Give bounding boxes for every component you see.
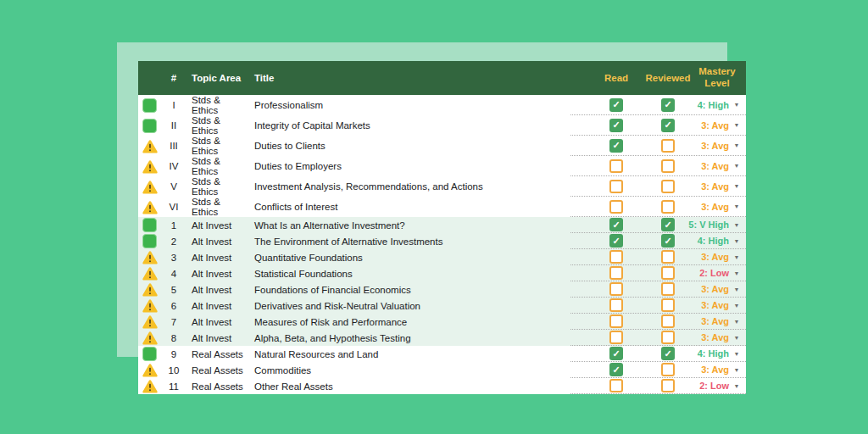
mastery-level-value: 3: Avg bbox=[701, 161, 729, 171]
status-cell bbox=[138, 98, 164, 113]
read-checkbox[interactable] bbox=[609, 180, 623, 193]
topic-area: Stds & Ethics bbox=[184, 95, 248, 115]
reviewed-checkbox[interactable] bbox=[661, 347, 675, 360]
reading-title: Statistical Foundations bbox=[248, 269, 570, 279]
mastery-level-dropdown[interactable]: 2: Low ▼ bbox=[699, 378, 746, 393]
read-checkbox[interactable] bbox=[609, 250, 623, 264]
mastery-level-value: 3: Avg bbox=[701, 332, 729, 342]
row-number: VI bbox=[164, 202, 184, 212]
mastery-level-dropdown[interactable]: 3: Avg ▼ bbox=[701, 314, 746, 329]
mastery-level-value: 4: High bbox=[698, 348, 729, 359]
mastery-level-column-header: Mastery Level bbox=[690, 66, 744, 89]
title-column-header: Title bbox=[248, 73, 570, 83]
row-right-columns: 3: Avg ▼ bbox=[570, 298, 746, 314]
reviewed-checkbox[interactable] bbox=[661, 282, 675, 296]
read-checkbox[interactable] bbox=[609, 200, 623, 214]
row-right-columns: 3: Avg ▼ bbox=[570, 281, 746, 298]
reviewed-checkbox[interactable] bbox=[661, 314, 675, 328]
status-warning-icon bbox=[142, 331, 158, 345]
mastery-level-dropdown[interactable]: 4: High ▼ bbox=[698, 346, 746, 361]
mastery-level-dropdown[interactable]: 3: Avg ▼ bbox=[701, 197, 746, 216]
status-cell bbox=[138, 266, 164, 281]
topic-area: Alt Invest bbox=[184, 269, 248, 279]
status-cell bbox=[138, 363, 164, 377]
reviewed-checkbox[interactable] bbox=[661, 180, 675, 193]
mastery-level-dropdown[interactable]: 3: Avg ▼ bbox=[701, 156, 746, 175]
mastery-level-dropdown[interactable]: 3: Avg ▼ bbox=[701, 249, 746, 264]
reviewed-checkbox[interactable] bbox=[661, 363, 675, 376]
reviewed-checkbox[interactable] bbox=[661, 159, 675, 173]
mastery-level-value: 3: Avg bbox=[701, 316, 729, 326]
reading-title: The Environment of Alternative Investmen… bbox=[248, 236, 570, 247]
chevron-down-icon: ▼ bbox=[729, 203, 744, 209]
chevron-down-icon: ▼ bbox=[729, 183, 744, 189]
read-checkbox[interactable] bbox=[609, 379, 623, 392]
status-warning-icon bbox=[142, 180, 158, 194]
reading-title: Foundations of Financial Economics bbox=[248, 285, 570, 295]
row-number: 3 bbox=[164, 253, 184, 263]
read-checkbox[interactable] bbox=[609, 98, 623, 112]
read-checkbox[interactable] bbox=[609, 314, 623, 328]
reviewed-checkbox[interactable] bbox=[661, 139, 675, 153]
reviewed-checkbox[interactable] bbox=[661, 298, 675, 312]
reviewed-checkbox[interactable] bbox=[661, 250, 675, 264]
mastery-level-dropdown[interactable]: 4: High ▼ bbox=[698, 233, 746, 248]
topic-area: Stds & Ethics bbox=[184, 115, 248, 136]
read-checkbox[interactable] bbox=[609, 331, 623, 344]
mastery-level-dropdown[interactable]: 4: High ▼ bbox=[698, 95, 746, 114]
table-row: 3 Alt Invest Quantitative Foundations 3:… bbox=[138, 249, 746, 265]
reviewed-checkbox[interactable] bbox=[661, 218, 675, 231]
mastery-level-dropdown[interactable]: 3: Avg ▼ bbox=[701, 115, 746, 135]
table-row: V Stds & Ethics Investment Analysis, Rec… bbox=[138, 176, 746, 197]
mastery-level-value: 3: Avg bbox=[701, 300, 729, 310]
topic-area: Stds & Ethics bbox=[184, 156, 248, 176]
mastery-level-value: 3: Avg bbox=[701, 120, 729, 131]
reviewed-checkbox[interactable] bbox=[661, 266, 675, 280]
row-right-columns: 5: V High ▼ bbox=[570, 217, 746, 233]
reading-title: Investment Analysis, Recommendations, an… bbox=[248, 181, 570, 192]
mastery-level-value: 3: Avg bbox=[701, 252, 729, 262]
reviewed-checkbox[interactable] bbox=[661, 234, 675, 248]
row-number: III bbox=[164, 141, 184, 151]
mastery-level-dropdown[interactable]: 3: Avg ▼ bbox=[701, 136, 746, 155]
reviewed-checkbox[interactable] bbox=[661, 331, 675, 344]
mastery-level-dropdown[interactable]: 5: V High ▼ bbox=[688, 217, 746, 232]
read-checkbox[interactable] bbox=[609, 282, 623, 296]
chevron-down-icon: ▼ bbox=[729, 303, 744, 309]
table-row: I Stds & Ethics Professionalism 4: High … bbox=[138, 95, 746, 115]
chevron-down-icon: ▼ bbox=[729, 254, 744, 260]
reviewed-checkbox[interactable] bbox=[661, 98, 675, 112]
read-checkbox[interactable] bbox=[609, 159, 623, 173]
mastery-level-value: 3: Avg bbox=[701, 181, 729, 192]
read-checkbox[interactable] bbox=[609, 218, 623, 231]
row-number: 5 bbox=[164, 285, 184, 295]
read-checkbox[interactable] bbox=[609, 363, 623, 376]
mastery-level-dropdown[interactable]: 3: Avg ▼ bbox=[701, 362, 746, 377]
read-checkbox[interactable] bbox=[609, 347, 623, 360]
status-cell bbox=[138, 331, 164, 345]
mastery-level-dropdown[interactable]: 3: Avg ▼ bbox=[701, 176, 746, 196]
mastery-level-value: 2: Low bbox=[699, 381, 729, 391]
chevron-down-icon: ▼ bbox=[729, 222, 744, 228]
table-row: 1 Alt Invest What Is an Alternative Inve… bbox=[138, 217, 746, 233]
reviewed-checkbox[interactable] bbox=[661, 200, 675, 214]
mastery-level-dropdown[interactable]: 3: Avg ▼ bbox=[701, 298, 746, 313]
read-checkbox[interactable] bbox=[609, 119, 623, 132]
mastery-level-dropdown[interactable]: 2: Low ▼ bbox=[699, 265, 746, 281]
row-number: 4 bbox=[164, 269, 184, 279]
read-checkbox[interactable] bbox=[609, 139, 623, 153]
table-row: 2 Alt Invest The Environment of Alternat… bbox=[138, 233, 746, 249]
read-checkbox[interactable] bbox=[609, 234, 623, 248]
read-checkbox[interactable] bbox=[609, 266, 623, 280]
reviewed-checkbox[interactable] bbox=[661, 379, 675, 392]
table-header-row: # Topic Area Title Read Reviewed Mastery… bbox=[138, 61, 746, 95]
mastery-level-dropdown[interactable]: 3: Avg ▼ bbox=[701, 330, 746, 345]
reviewed-checkbox[interactable] bbox=[661, 119, 675, 132]
topic-area: Stds & Ethics bbox=[184, 197, 248, 217]
mastery-level-dropdown[interactable]: 3: Avg ▼ bbox=[701, 281, 746, 297]
read-checkbox[interactable] bbox=[609, 298, 623, 312]
row-right-columns: 4: High ▼ bbox=[570, 95, 746, 115]
status-warning-icon bbox=[142, 298, 158, 313]
reading-title: Commodities bbox=[248, 365, 570, 376]
status-cell bbox=[138, 298, 164, 313]
